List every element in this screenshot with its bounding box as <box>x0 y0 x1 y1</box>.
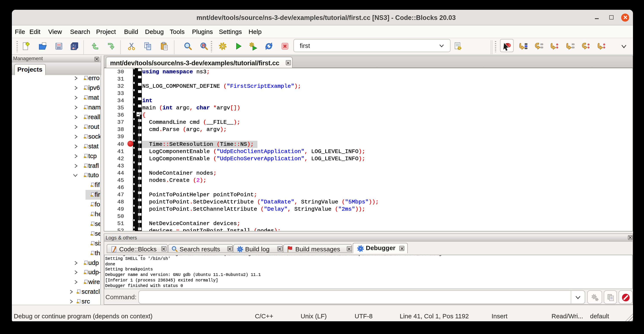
svg-text:R: R <box>202 43 205 48</box>
